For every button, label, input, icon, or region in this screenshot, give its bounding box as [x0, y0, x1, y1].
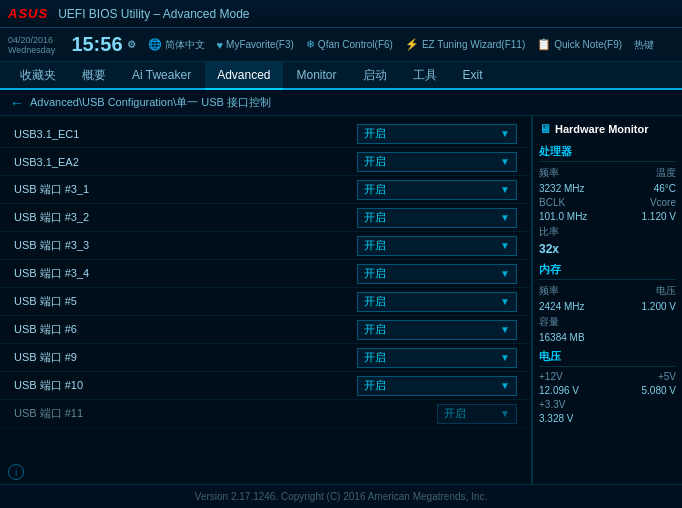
memory-section: 内存	[539, 262, 676, 280]
config-dropdown-usb-port-6[interactable]: 开启 ▼	[357, 320, 517, 340]
config-label-usb-port-11: USB 端口 #11	[14, 406, 437, 421]
config-value-usb-port-33: 开启	[364, 238, 386, 253]
proc-freq-row: 频率 温度	[539, 166, 676, 180]
ez-tuning-button[interactable]: ⚡ EZ Tuning Wizard(F11)	[405, 38, 525, 51]
nav-bar: 收藏夹 概要 Ai Tweaker Advanced Monitor 启动 工具…	[0, 62, 682, 90]
main-layout: USB3.1_EC1 开启 ▼ USB3.1_EA2 开启 ▼ USB 端口 #…	[0, 116, 682, 484]
lang-icon: 🌐	[148, 38, 162, 51]
config-row-usb31ea2: USB3.1_EA2 开启 ▼	[0, 148, 531, 176]
config-row-usb-port-33: USB 端口 #3_3 开启 ▼	[0, 232, 531, 260]
monitor-icon: 🖥	[539, 122, 551, 136]
dropdown-arrow: ▼	[500, 324, 510, 335]
proc-bclk-val-row: 101.0 MHz 1.120 V	[539, 211, 676, 222]
proc-bclk-label: BCLK	[539, 197, 565, 208]
config-dropdown-usb31ea2[interactable]: 开启 ▼	[357, 152, 517, 172]
proc-bclk-row: BCLK Vcore	[539, 197, 676, 208]
config-dropdown-usb-port-10[interactable]: 开启 ▼	[357, 376, 517, 396]
config-label-usb31ec1: USB3.1_EC1	[14, 128, 357, 140]
info-icon[interactable]: i	[8, 464, 24, 480]
tab-monitor[interactable]: Monitor	[285, 62, 349, 90]
ez-label: EZ Tuning Wizard(F11)	[422, 39, 525, 50]
proc-ratio-label: 比率	[539, 225, 559, 239]
mem-freq-label: 频率	[539, 284, 559, 298]
myfavorite-label: MyFavorite(F3)	[226, 39, 294, 50]
config-dropdown-usb-port-11[interactable]: 开启 ▼	[437, 404, 517, 424]
config-value-usb-port-9: 开启	[364, 350, 386, 365]
dropdown-arrow: ▼	[500, 408, 510, 419]
volt-33-label: +3.3V	[539, 399, 565, 410]
version-text: Version 2.17.1246. Copyright (C) 2016 Am…	[195, 491, 487, 502]
config-value-usb-port-5: 开启	[364, 294, 386, 309]
qfan-label: Qfan Control(F6)	[318, 39, 393, 50]
heart-icon: ♥	[217, 39, 224, 51]
proc-ratio-val-row: 32x	[539, 242, 676, 256]
config-row-usb-port-32: USB 端口 #3_2 开启 ▼	[0, 204, 531, 232]
quick-note-button[interactable]: 📋 Quick Note(F9)	[537, 38, 622, 51]
volt-5-label: +5V	[658, 371, 676, 382]
volt-12-val-row: 12.096 V 5.080 V	[539, 385, 676, 396]
proc-freq-label: 频率	[539, 166, 559, 180]
config-label-usb-port-32: USB 端口 #3_2	[14, 210, 357, 225]
fan-icon: ❄	[306, 38, 315, 51]
dropdown-arrow: ▼	[500, 352, 510, 363]
clock-display: 15:56 ⚙	[71, 33, 135, 56]
config-dropdown-usb-port-31[interactable]: 开启 ▼	[357, 180, 517, 200]
dropdown-arrow: ▼	[500, 184, 510, 195]
config-value-usb-port-34: 开启	[364, 266, 386, 281]
config-dropdown-usb-port-32[interactable]: 开启 ▼	[357, 208, 517, 228]
tab-boot[interactable]: 启动	[351, 62, 399, 90]
qfan-button[interactable]: ❄ Qfan Control(F6)	[306, 38, 393, 51]
volt-33-value: 3.328 V	[539, 413, 573, 424]
day-label: Wednesday	[8, 45, 55, 55]
proc-freq-val-row: 3232 MHz 46°C	[539, 183, 676, 194]
config-row-usb-port-34: USB 端口 #3_4 开启 ▼	[0, 260, 531, 288]
mem-volt-label: 电压	[656, 284, 676, 298]
config-dropdown-usb-port-5[interactable]: 开启 ▼	[357, 292, 517, 312]
quick-note-label: Quick Note(F9)	[554, 39, 622, 50]
mem-cap-val-row: 16384 MB	[539, 332, 676, 343]
config-dropdown-usb31ec1[interactable]: 开启 ▼	[357, 124, 517, 144]
config-label-usb-port-9: USB 端口 #9	[14, 350, 357, 365]
config-dropdown-usb-port-33[interactable]: 开启 ▼	[357, 236, 517, 256]
dropdown-arrow: ▼	[500, 240, 510, 251]
dropdown-arrow: ▼	[500, 128, 510, 139]
proc-bclk-value: 101.0 MHz	[539, 211, 587, 222]
tab-ai-tweaker[interactable]: Ai Tweaker	[120, 62, 203, 90]
config-dropdown-usb-port-34[interactable]: 开启 ▼	[357, 264, 517, 284]
dropdown-arrow: ▼	[500, 296, 510, 307]
language-selector[interactable]: 🌐 简体中文	[148, 38, 205, 52]
mem-freq-row: 频率 电压	[539, 284, 676, 298]
config-row-usb-port-10: USB 端口 #10 开启 ▼	[0, 372, 531, 400]
tab-advanced[interactable]: Advanced	[205, 62, 282, 90]
tab-favorites[interactable]: 收藏夹	[8, 62, 68, 90]
config-row-usb-port-31: USB 端口 #3_1 开启 ▼	[0, 176, 531, 204]
proc-temp-value: 46°C	[654, 183, 676, 194]
content-panel: USB3.1_EC1 开启 ▼ USB3.1_EA2 开启 ▼ USB 端口 #…	[0, 116, 532, 484]
volt-12-row: +12V +5V	[539, 371, 676, 382]
proc-freq-value: 3232 MHz	[539, 183, 585, 194]
tab-overview[interactable]: 概要	[70, 62, 118, 90]
hotkey-button[interactable]: 热键	[634, 38, 654, 52]
tab-exit[interactable]: Exit	[451, 62, 495, 90]
mem-cap-value: 16384 MB	[539, 332, 585, 343]
dropdown-arrow: ▼	[500, 268, 510, 279]
mem-volt-value: 1.200 V	[642, 301, 676, 312]
back-button[interactable]: ←	[10, 95, 24, 111]
config-label-usb-port-10: USB 端口 #10	[14, 378, 357, 393]
config-value-usb31ec1: 开启	[364, 126, 386, 141]
myfavorite-button[interactable]: ♥ MyFavorite(F3)	[217, 39, 294, 51]
config-row-usb-port-6: USB 端口 #6 开启 ▼	[0, 316, 531, 344]
config-label-usb-port-5: USB 端口 #5	[14, 294, 357, 309]
config-dropdown-usb-port-9[interactable]: 开启 ▼	[357, 348, 517, 368]
volt-5-value: 5.080 V	[642, 385, 676, 396]
mem-cap-label: 容量	[539, 315, 559, 329]
config-value-usb-port-10: 开启	[364, 378, 386, 393]
config-value-usb-port-31: 开启	[364, 182, 386, 197]
asus-logo: ASUS	[8, 6, 48, 21]
config-label-usb-port-33: USB 端口 #3_3	[14, 238, 357, 253]
volt-33-row: +3.3V	[539, 399, 676, 410]
config-label-usb-port-31: USB 端口 #3_1	[14, 182, 357, 197]
tab-tools[interactable]: 工具	[401, 62, 449, 90]
proc-ratio-row: 比率	[539, 225, 676, 239]
config-row-usb31ec1: USB3.1_EC1 开启 ▼	[0, 120, 531, 148]
